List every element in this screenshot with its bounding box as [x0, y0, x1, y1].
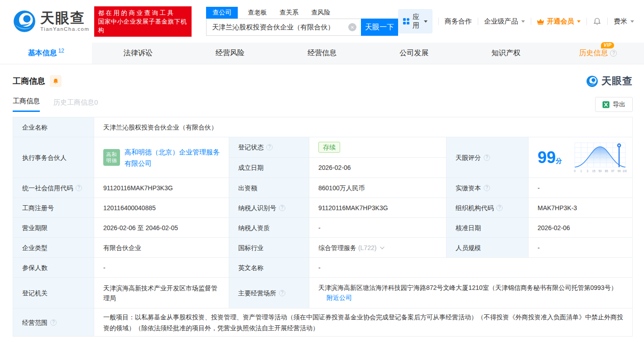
- registration-authority-label: 登记机关: [13, 278, 94, 308]
- logo-title: 天眼查: [40, 11, 90, 25]
- divider: [438, 18, 439, 25]
- section-title: 工商信息: [13, 76, 45, 87]
- bell-icon: [593, 17, 601, 26]
- business-address-label: 主要经营场所?: [229, 278, 309, 308]
- company-name-value: 天津兰沁股权投资合伙企业（有限合伙）: [94, 117, 633, 137]
- nearby-companies-link[interactable]: 附近公司: [327, 294, 352, 301]
- business-scope-label: 经营范围?: [13, 308, 94, 337]
- svg-text:99: 99: [617, 169, 621, 173]
- capital-value: 860100万人民币: [309, 178, 447, 198]
- tab-legal-proceedings[interactable]: 法律诉讼: [92, 43, 184, 64]
- help-icon[interactable]: ?: [50, 319, 57, 326]
- crown-icon: [537, 18, 544, 25]
- svg-text:0: 0: [574, 169, 576, 173]
- taxpayer-id-label: 纳税人识别号?: [229, 198, 309, 218]
- staff-size-label: 人员规模: [447, 238, 529, 258]
- tab-basic-info[interactable]: 基本信息12: [0, 43, 92, 64]
- industry-label: 国标行业: [229, 238, 309, 258]
- business-info-table: 企业名称 天津兰沁股权投资合伙企业（有限合伙） 执行事务合伙人 高和 明德 高和…: [13, 117, 633, 337]
- insured-count-label: 参保人数: [13, 258, 94, 278]
- svg-text:85: 85: [605, 169, 608, 173]
- apps-menu[interactable]: 应用: [398, 9, 433, 34]
- business-address-value: 天津滨海高新区塘沽海洋科技园宁海路872号文峰大厦1210室（天津锦信商务秘书有…: [309, 278, 633, 308]
- search-tabs: 查公司 查老板 查关系 查风险: [206, 7, 398, 19]
- divider: [607, 18, 608, 25]
- tab-operation-info[interactable]: 经营信息: [276, 43, 368, 64]
- help-icon[interactable]: ?: [484, 154, 490, 161]
- english-name-value: -: [309, 258, 633, 278]
- user-menu[interactable]: 费米: [614, 17, 634, 26]
- clear-icon[interactable]: ✕: [348, 23, 356, 31]
- search-tab-company[interactable]: 查公司: [206, 7, 238, 19]
- company-type-value: 有限合伙企业: [94, 238, 229, 258]
- capital-label: 出资额: [229, 178, 309, 198]
- executive-partner-label: 执行事务合伙人: [13, 137, 94, 178]
- logo-domain: TianYanCha.com: [40, 26, 90, 32]
- monitor-bell-button[interactable]: [50, 75, 62, 87]
- partner-company-logo: 高和 明德: [103, 149, 120, 166]
- subtab-history-business-info[interactable]: 历史工商信息0: [53, 98, 98, 112]
- credit-code-label: 统一社会信用代码?: [13, 178, 94, 198]
- registration-status-value: 存续: [309, 137, 447, 158]
- nav-open-vip[interactable]: 开通会员: [537, 17, 581, 26]
- username: 费米: [614, 17, 627, 26]
- search-tab-risk[interactable]: 查风险: [311, 9, 330, 19]
- excel-icon: [602, 101, 610, 108]
- registration-number-value: 120116400040885: [94, 198, 229, 218]
- tab-intellectual-property[interactable]: 知识产权: [460, 43, 552, 64]
- tianyancha-logo[interactable]: 天眼查 TianYanCha.com: [13, 10, 90, 33]
- chevron-down-icon[interactable]: [380, 245, 384, 249]
- company-type-label: 企业类型: [13, 238, 94, 258]
- svg-text:1: 1: [580, 169, 582, 173]
- business-term-value: 2026-02-06 至 2046-02-05: [94, 218, 229, 238]
- export-button[interactable]: 导出: [595, 97, 633, 112]
- registration-status-label: 登记状态?: [229, 137, 309, 158]
- svg-text:15: 15: [592, 169, 596, 173]
- help-icon[interactable]: ?: [76, 185, 82, 191]
- help-icon[interactable]: ?: [279, 290, 285, 296]
- approval-date-value: 2026-02-06: [529, 218, 633, 238]
- tianyancha-logo-icon: [586, 75, 598, 87]
- establish-date-label: 成立日期: [229, 158, 309, 178]
- watermark-logo: 天眼查: [586, 74, 633, 88]
- tab-history-info[interactable]: 历史信息 VIP ?: [552, 43, 644, 64]
- registration-number-label: 工商注册号: [13, 198, 94, 218]
- slogan-line1: 都在用的商业查询工具: [98, 9, 188, 17]
- apps-label: 应用: [413, 13, 420, 30]
- search-tab-boss[interactable]: 查老板: [248, 9, 267, 19]
- search-box: ✕: [206, 19, 361, 36]
- nav-enterprise-products[interactable]: 企业级产品: [484, 17, 525, 26]
- search-input[interactable]: [212, 24, 348, 31]
- notifications-bell[interactable]: [593, 17, 601, 26]
- chevron-down-icon: [521, 20, 525, 23]
- score-unit: 分: [556, 157, 562, 164]
- tianyan-score-value: 99分: [529, 137, 633, 178]
- search-button[interactable]: 天眼一下: [361, 19, 398, 36]
- chevron-down-icon: [577, 20, 581, 23]
- help-icon[interactable]: ?: [484, 185, 490, 191]
- divider: [586, 18, 587, 25]
- credit-code-value: 91120116MAK7HP3K3G: [94, 178, 229, 198]
- help-icon[interactable]: ?: [266, 144, 273, 150]
- company-name-label: 企业名称: [13, 117, 94, 137]
- subtab-business-info[interactable]: 工商信息: [13, 97, 40, 112]
- help-icon[interactable]: ?: [279, 205, 285, 211]
- watermark-text: 天眼查: [601, 74, 633, 88]
- svg-text:100: 100: [623, 169, 627, 173]
- slogan-badge: 都在用的商业查询工具 国家中小企业发展子基金旗下机构: [94, 6, 192, 37]
- paid-capital-label: 实缴资本?: [447, 178, 529, 198]
- help-icon[interactable]: ?: [496, 205, 503, 211]
- partner-company-link[interactable]: 高和明德（北京）企业管理服务有限公司: [125, 146, 222, 169]
- search-tab-relation[interactable]: 查关系: [279, 9, 298, 19]
- tab-company-development[interactable]: 公司发展: [368, 43, 460, 64]
- chevron-down-icon: [630, 20, 634, 23]
- nav-cooperation[interactable]: 商务合作: [445, 17, 472, 26]
- establish-date-value: 2026-02-06: [309, 158, 447, 178]
- tab-operation-risk[interactable]: 经营风险: [184, 43, 276, 64]
- top-nav: 应用 商务合作 企业级产品 开通会员: [398, 9, 634, 34]
- status-badge: 存续: [318, 142, 340, 153]
- taxpayer-quality-label: 纳税人资质: [229, 218, 309, 238]
- question-icon[interactable]: ?: [610, 50, 617, 57]
- org-code-value: MAK7HP3K-3: [529, 198, 633, 218]
- business-term-label: 营业期限: [13, 218, 94, 238]
